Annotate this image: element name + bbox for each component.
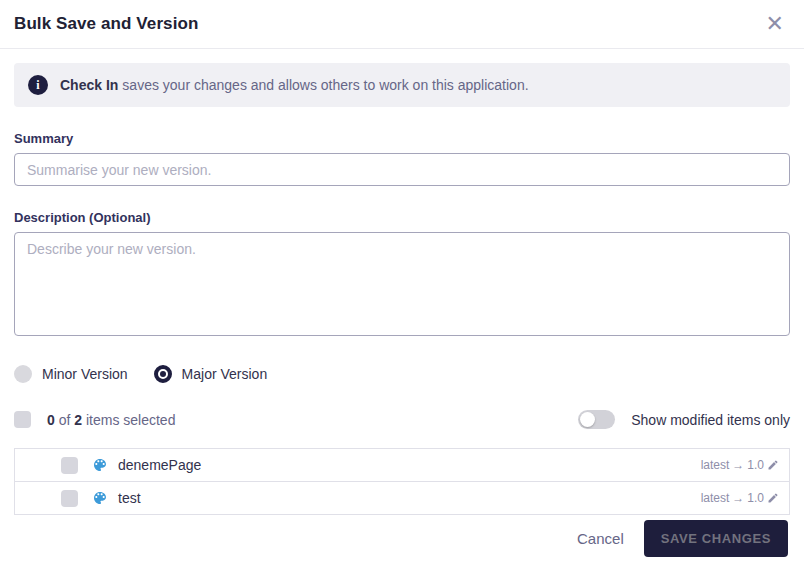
items-list: denemePage latest → 1.0 test latest <box>14 448 790 515</box>
modal-title: Bulk Save and Version <box>14 14 198 34</box>
version-type-group: Minor Version Major Version <box>14 365 790 383</box>
selection-summary: 0 of 2 items selected <box>14 411 175 428</box>
arrow-icon: → <box>732 491 744 505</box>
major-version-radio[interactable]: Major Version <box>154 365 268 383</box>
radio-circle-minor[interactable] <box>14 365 32 383</box>
close-icon[interactable]: ✕ <box>762 11 788 37</box>
item-checkbox[interactable] <box>61 490 78 507</box>
modal-header: Bulk Save and Version ✕ <box>0 0 804 49</box>
cancel-button[interactable]: Cancel <box>565 520 636 557</box>
table-row: denemePage latest → 1.0 <box>14 448 790 482</box>
radio-circle-major[interactable] <box>154 365 172 383</box>
item-name: test <box>118 490 701 506</box>
filter-toggle-group: Show modified items only <box>578 410 790 429</box>
banner-text: Check Insaves your changes and allows ot… <box>60 77 529 93</box>
table-row: test latest → 1.0 <box>14 481 790 515</box>
show-modified-label: Show modified items only <box>631 412 790 428</box>
edit-version-icon[interactable] <box>767 492 779 504</box>
selection-row: 0 of 2 items selected Show modified item… <box>14 410 790 429</box>
info-icon: i <box>28 75 48 95</box>
arrow-icon: → <box>732 458 744 472</box>
page-palette-icon <box>92 457 108 473</box>
summary-input[interactable] <box>14 153 790 186</box>
show-modified-toggle[interactable] <box>578 410 615 429</box>
checkin-info-banner: i Check Insaves your changes and allows … <box>14 63 790 107</box>
bulk-save-modal: Bulk Save and Version ✕ i Check Insaves … <box>0 0 804 573</box>
item-version-info: latest → 1.0 <box>701 491 779 505</box>
page-palette-icon <box>92 490 108 506</box>
toggle-knob <box>580 412 595 427</box>
minor-version-radio[interactable]: Minor Version <box>14 365 128 383</box>
item-version-info: latest → 1.0 <box>701 458 779 472</box>
minor-version-label: Minor Version <box>42 366 128 382</box>
item-checkbox[interactable] <box>61 457 78 474</box>
edit-version-icon[interactable] <box>767 459 779 471</box>
item-name: denemePage <box>118 457 701 473</box>
select-all-checkbox[interactable] <box>14 411 31 428</box>
save-changes-button[interactable]: SAVE CHANGES <box>644 520 788 557</box>
selection-count-text: 0 of 2 items selected <box>47 412 175 428</box>
summary-label: Summary <box>14 131 790 146</box>
description-textarea[interactable] <box>14 232 790 336</box>
modal-body: i Check Insaves your changes and allows … <box>0 49 804 520</box>
modal-footer: Cancel SAVE CHANGES <box>0 520 804 573</box>
major-version-label: Major Version <box>182 366 268 382</box>
description-label: Description (Optional) <box>14 210 790 225</box>
